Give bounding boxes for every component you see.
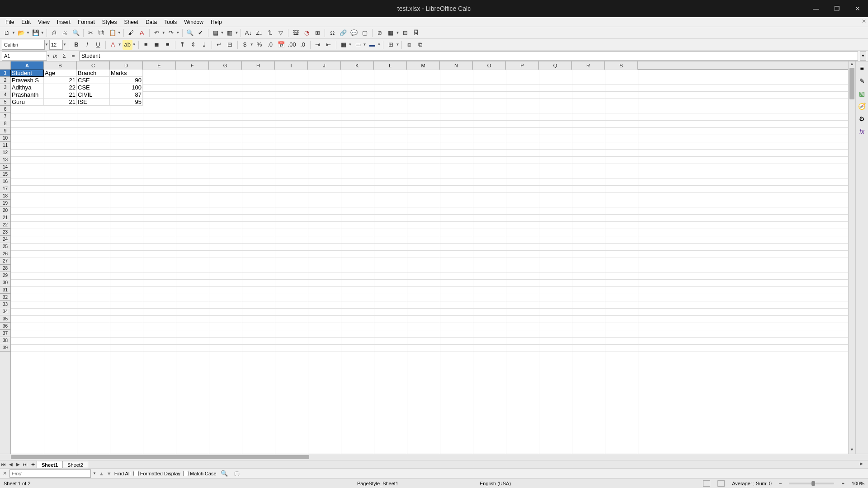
undo-dropdown[interactable]: ▼ (162, 31, 165, 35)
maximize-button[interactable]: ❐ (826, 0, 847, 17)
row-header-4[interactable]: 4 (0, 91, 10, 99)
find-prev-icon[interactable]: ▲ (99, 471, 104, 476)
find-options-icon[interactable]: 🔍 (219, 469, 229, 479)
hscroll-thumb[interactable] (11, 455, 309, 459)
chart-icon[interactable]: ◔ (302, 28, 311, 38)
scroll-down-icon[interactable]: ▼ (849, 447, 855, 454)
find-dropdown-icon[interactable]: ▢ (232, 469, 242, 479)
column-icon[interactable]: ▥ (225, 28, 235, 38)
row-header-15[interactable]: 15 (0, 171, 10, 178)
formula-expand-icon[interactable]: ▼ (860, 52, 866, 61)
cell-A5[interactable]: Guru (11, 99, 44, 106)
row-header-26[interactable]: 26 (0, 250, 10, 258)
row-header-34[interactable]: 34 (0, 308, 10, 315)
tab-next-icon[interactable]: ▶ (14, 461, 22, 468)
menu-file[interactable]: File (2, 18, 18, 26)
row-header-21[interactable]: 21 (0, 214, 10, 221)
export-pdf-icon[interactable]: ⎙ (49, 28, 59, 38)
col-header-S[interactable]: S (605, 61, 638, 70)
column-dropdown[interactable]: ▼ (235, 31, 238, 35)
row-header-10[interactable]: 10 (0, 135, 10, 142)
col-header-I[interactable]: I (275, 61, 308, 70)
match-case-checkbox[interactable]: Match Case (183, 471, 217, 476)
row-header-37[interactable]: 37 (0, 330, 10, 337)
row-icon[interactable]: ▤ (211, 28, 221, 38)
add-sheet-button[interactable]: + (29, 461, 37, 468)
col-header-Q[interactable]: Q (539, 61, 572, 70)
tabs-scroll-icon[interactable]: ▶ (860, 461, 866, 468)
sort-icon[interactable]: ⇅ (265, 28, 275, 38)
copy-icon[interactable]: ⿻ (97, 28, 107, 38)
border-style-icon[interactable]: ▭ (353, 40, 363, 50)
save-icon[interactable]: 💾 (31, 28, 41, 38)
align-right-icon[interactable]: ≡ (163, 40, 173, 50)
cell-C5[interactable]: ISE (77, 99, 110, 106)
align-top-icon[interactable]: ⤒ (178, 40, 188, 50)
image-icon[interactable]: 🖼 (291, 28, 301, 38)
font-color-icon[interactable]: A (108, 40, 118, 50)
clear-format-icon[interactable]: A̶ (137, 28, 147, 38)
find-all-button[interactable]: Find All (114, 471, 131, 476)
cell-C1[interactable]: Branch (77, 70, 110, 77)
data-sources-icon[interactable]: 🗄 (411, 28, 421, 38)
date-icon[interactable]: 📅 (276, 40, 286, 50)
font-name-input[interactable] (2, 40, 45, 50)
redo-dropdown[interactable]: ▼ (176, 31, 180, 35)
bold-icon[interactable]: B (71, 40, 81, 50)
align-center-icon[interactable]: ≣ (152, 40, 162, 50)
del-decimal-icon[interactable]: .0 (298, 40, 308, 50)
sum-icon[interactable]: Σ (60, 52, 68, 61)
close-document-button[interactable]: ✕ (862, 18, 866, 24)
zoom-slider[interactable] (789, 483, 834, 484)
formatted-display-checkbox[interactable]: Formatted Display (133, 471, 180, 476)
horizontal-scrollbar[interactable] (11, 454, 868, 460)
cell-C2[interactable]: CSE (77, 77, 110, 84)
inc-indent-icon[interactable]: ⇥ (313, 40, 323, 50)
menu-edit[interactable]: Edit (18, 18, 34, 26)
cell-C3[interactable]: CSE (77, 84, 110, 91)
cell-D5[interactable]: 95 (110, 99, 143, 106)
col-header-G[interactable]: G (209, 61, 242, 70)
row-header-5[interactable]: 5 (0, 99, 10, 106)
menu-insert[interactable]: Insert (53, 18, 74, 26)
cond-format-icon[interactable]: ⧈ (404, 40, 414, 50)
define-print-icon[interactable]: ⎚ (375, 28, 385, 38)
sidebar-properties-icon[interactable]: ≡ (857, 63, 867, 73)
cut-icon[interactable]: ✂ (86, 28, 96, 38)
scroll-up-icon[interactable]: ▲ (849, 61, 855, 68)
menu-sheet[interactable]: Sheet (121, 18, 142, 26)
col-header-H[interactable]: H (242, 61, 275, 70)
split-window-icon[interactable]: ⊟ (400, 28, 410, 38)
undo-icon[interactable]: ↶ (152, 28, 162, 38)
row-header-8[interactable]: 8 (0, 120, 10, 127)
row-header-23[interactable]: 23 (0, 229, 10, 236)
selection-mode-icon[interactable] (717, 480, 725, 487)
row-header-14[interactable]: 14 (0, 164, 10, 171)
menu-tools[interactable]: Tools (160, 18, 180, 26)
cell-D3[interactable]: 100 (110, 84, 143, 91)
row-header-19[interactable]: 19 (0, 200, 10, 207)
zoom-value[interactable]: 100% (852, 481, 864, 486)
sheet-tab-1[interactable]: Sheet1 (37, 461, 63, 468)
col-header-M[interactable]: M (407, 61, 440, 70)
row-header-27[interactable]: 27 (0, 258, 10, 265)
header-footer-icon[interactable]: ▢ (360, 28, 370, 38)
zoom-knob[interactable] (811, 481, 815, 486)
row-header-20[interactable]: 20 (0, 207, 10, 214)
row-header-1[interactable]: 1 (0, 70, 10, 77)
clone-format-icon[interactable]: 🖌 (126, 28, 136, 38)
row-header-16[interactable]: 16 (0, 178, 10, 185)
comment-icon[interactable]: 💬 (349, 28, 359, 38)
col-header-F[interactable]: F (176, 61, 209, 70)
vertical-scrollbar[interactable]: ▲ ▼ (848, 61, 855, 454)
row-header-30[interactable]: 30 (0, 279, 10, 286)
paste-dropdown[interactable]: ▼ (118, 31, 121, 35)
status-language[interactable]: English (USA) (480, 481, 511, 486)
minimize-button[interactable]: — (806, 0, 826, 17)
sheet-tab-2[interactable]: Sheet2 (62, 461, 88, 468)
row-header-31[interactable]: 31 (0, 286, 10, 294)
sort-asc-icon[interactable]: A↓ (243, 28, 253, 38)
find-input[interactable] (9, 469, 91, 478)
border-color-icon[interactable]: ▬ (367, 40, 377, 50)
row-header-24[interactable]: 24 (0, 236, 10, 243)
